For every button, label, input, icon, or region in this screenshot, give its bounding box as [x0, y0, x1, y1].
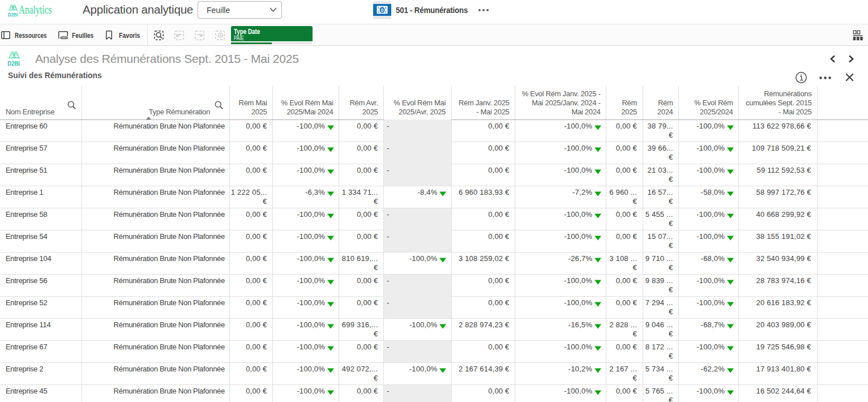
- svg-text:D2BI: D2BI: [7, 60, 20, 67]
- svg-text:D2BI: D2BI: [8, 12, 18, 18]
- svg-text:Analytics: Analytics: [19, 3, 52, 16]
- svg-text:0: 0: [380, 7, 383, 13]
